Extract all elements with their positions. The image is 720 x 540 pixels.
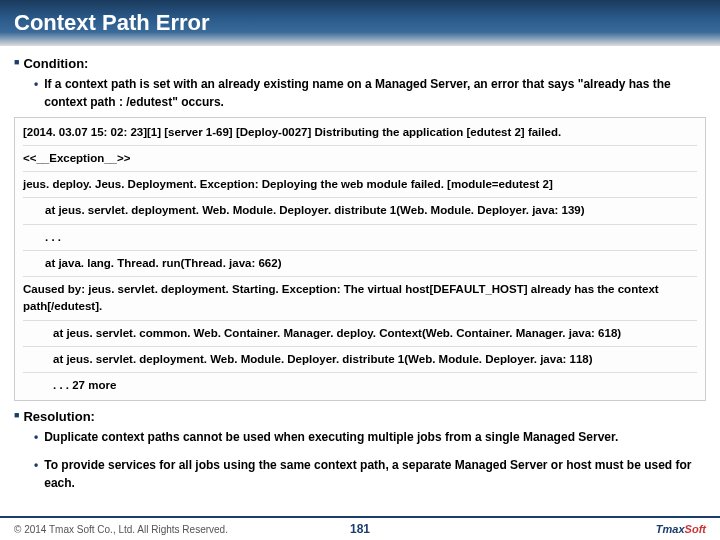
log-line: . . . xyxy=(23,227,697,248)
resolution-bullet-1: Duplicate context paths cannot be used w… xyxy=(34,428,706,446)
log-line: Caused by: jeus. servlet. deployment. St… xyxy=(23,279,697,318)
log-line: at jeus. servlet. deployment. Web. Modul… xyxy=(23,349,697,370)
page-number: 181 xyxy=(350,522,370,536)
resolution-heading: Resolution: xyxy=(14,407,706,427)
resolution-bullet-2: To provide services for all jobs using t… xyxy=(34,456,706,492)
log-line: [2014. 03.07 15: 02: 23][1] [server 1-69… xyxy=(23,122,697,143)
log-line: <<__Exception__>> xyxy=(23,148,697,169)
log-box: [2014. 03.07 15: 02: 23][1] [server 1-69… xyxy=(14,117,706,402)
page-title: Context Path Error xyxy=(14,10,210,36)
condition-bullet: If a context path is set with an already… xyxy=(34,75,706,111)
log-line: jeus. deploy. Jeus. Deployment. Exceptio… xyxy=(23,174,697,195)
title-bar: Context Path Error xyxy=(0,0,720,46)
copyright-text: © 2014 Tmax Soft Co., Ltd. All Rights Re… xyxy=(14,524,228,535)
log-line: . . . 27 more xyxy=(23,375,697,396)
footer: © 2014 Tmax Soft Co., Ltd. All Rights Re… xyxy=(0,516,720,540)
log-line: at jeus. servlet. common. Web. Container… xyxy=(23,323,697,344)
brand-logo: TmaxSoft xyxy=(656,523,706,535)
content-area: Condition: If a context path is set with… xyxy=(0,46,720,492)
resolution-text-2: To provide services for all jobs using t… xyxy=(44,456,706,492)
resolution-text-1: Duplicate context paths cannot be used w… xyxy=(44,428,618,446)
condition-heading: Condition: xyxy=(14,54,706,74)
log-line: at java. lang. Thread. run(Thread. java:… xyxy=(23,253,697,274)
condition-text: If a context path is set with an already… xyxy=(44,75,706,111)
log-line: at jeus. servlet. deployment. Web. Modul… xyxy=(23,200,697,221)
